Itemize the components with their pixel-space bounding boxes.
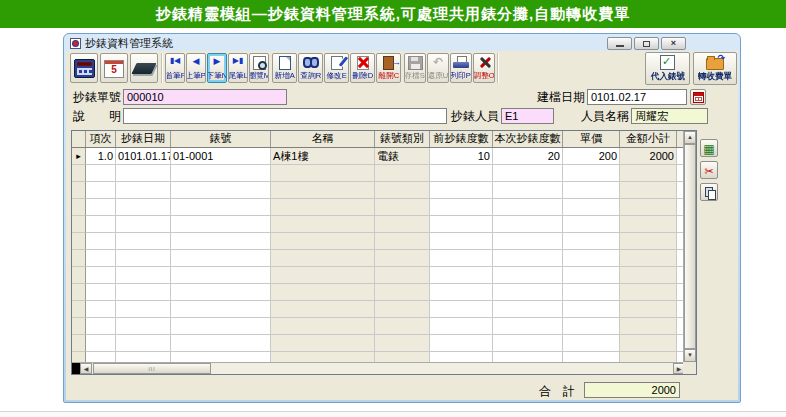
grid-cell[interactable] [116, 216, 171, 233]
grid-cell[interactable] [493, 335, 563, 352]
grid-cell[interactable] [116, 182, 171, 199]
row-selector[interactable] [72, 165, 86, 182]
reader-name-field[interactable] [631, 108, 708, 124]
grid-cell[interactable] [171, 199, 271, 216]
adjust-button[interactable]: 調整O [473, 53, 495, 83]
grid-cell[interactable] [620, 335, 677, 352]
grid-cell[interactable] [620, 250, 677, 267]
grid-cell[interactable] [563, 233, 620, 250]
grid-cell[interactable] [563, 267, 620, 284]
grid-cell[interactable] [375, 267, 430, 284]
scroll-up-icon[interactable]: ▲ [684, 131, 696, 144]
grid-cell[interactable] [375, 165, 430, 182]
grid-cell[interactable] [375, 250, 430, 267]
calendar-edit-button[interactable] [100, 53, 128, 83]
grid-cell[interactable] [116, 301, 171, 318]
grid-cell[interactable] [171, 182, 271, 199]
grid-cell[interactable] [430, 250, 493, 267]
row-selector[interactable] [72, 284, 86, 301]
delete-button[interactable]: 刪除D [350, 53, 375, 83]
grid-cell[interactable] [563, 250, 620, 267]
grid-cell[interactable] [493, 284, 563, 301]
row-selector[interactable] [72, 182, 86, 199]
calculator-button[interactable] [70, 53, 98, 83]
grid-row-empty[interactable] [72, 250, 685, 267]
grid-cell[interactable] [271, 182, 375, 199]
grid-cell[interactable] [375, 284, 430, 301]
grid-cell[interactable] [375, 335, 430, 352]
grid-cell[interactable] [493, 199, 563, 216]
grid-splitter[interactable] [72, 363, 80, 374]
grid-cell[interactable] [171, 267, 271, 284]
order-no-field[interactable] [123, 89, 287, 105]
grid-cell[interactable]: 2000 [620, 148, 677, 165]
row-selector[interactable] [72, 233, 86, 250]
current-row-marker[interactable]: ▸ [72, 148, 86, 165]
total-field[interactable] [584, 382, 680, 398]
assign-meter-button[interactable]: 代入錶號 [645, 52, 690, 85]
grid-cell[interactable] [563, 165, 620, 182]
grid-cell[interactable] [563, 284, 620, 301]
grid-cell[interactable] [563, 301, 620, 318]
grid-cell[interactable] [563, 216, 620, 233]
grid-cell[interactable] [493, 182, 563, 199]
grid-cell[interactable] [375, 216, 430, 233]
book-button[interactable] [130, 53, 158, 83]
grid-cell[interactable] [171, 233, 271, 250]
grid-cell[interactable] [493, 233, 563, 250]
grid-row-current[interactable]: ▸1.00101.01.1701-0001A棟1樓電錶10202002000 [72, 148, 685, 165]
grid-cell[interactable] [271, 250, 375, 267]
row-selector[interactable] [72, 301, 86, 318]
grid-cell[interactable] [271, 318, 375, 335]
grid-cell[interactable] [493, 301, 563, 318]
grid-cell[interactable] [375, 199, 430, 216]
grid-cell[interactable] [171, 335, 271, 352]
grid-cell[interactable] [271, 267, 375, 284]
next-record-button[interactable]: 下筆N [207, 53, 227, 83]
grid-cell[interactable] [86, 182, 116, 199]
exit-button[interactable]: 離開C [376, 53, 401, 83]
grid-cell[interactable] [375, 182, 430, 199]
grid-cell[interactable]: 200 [563, 148, 620, 165]
grid-cell[interactable] [86, 301, 116, 318]
first-record-button[interactable]: 首筆F [165, 53, 185, 83]
grid-cell[interactable] [271, 216, 375, 233]
grid-cell[interactable] [563, 318, 620, 335]
calendar-picker-button[interactable] [690, 89, 706, 105]
grid-cell[interactable] [116, 335, 171, 352]
last-record-button[interactable]: 尾筆L [228, 53, 248, 83]
reader-field[interactable] [501, 108, 554, 124]
row-selector[interactable] [72, 250, 86, 267]
grid-horizontal-scrollbar[interactable]: ◀ lll ▶ [72, 362, 685, 374]
grid-cell[interactable] [116, 199, 171, 216]
grid-cell[interactable] [493, 216, 563, 233]
grid-cell[interactable] [620, 284, 677, 301]
grid-cell[interactable] [171, 284, 271, 301]
print-button[interactable]: 列印P [450, 53, 472, 83]
grid-cell[interactable] [493, 165, 563, 182]
grid-cell[interactable] [271, 233, 375, 250]
grid-cell[interactable] [86, 267, 116, 284]
grid-cell[interactable] [430, 267, 493, 284]
grid-row-empty[interactable] [72, 216, 685, 233]
grid-cell[interactable] [116, 233, 171, 250]
grid-cell[interactable] [171, 318, 271, 335]
grid-cell[interactable] [116, 318, 171, 335]
window-titlebar[interactable]: 抄錶資料管理系統 × [66, 36, 738, 51]
grid-cell[interactable] [86, 335, 116, 352]
grid-cell[interactable] [620, 216, 677, 233]
grid-row-empty[interactable] [72, 199, 685, 216]
grid-cell[interactable] [375, 301, 430, 318]
browse-button[interactable]: 瀏覽M [249, 53, 269, 83]
grid-cell[interactable] [271, 284, 375, 301]
grid-cell[interactable] [493, 267, 563, 284]
grid-cell[interactable] [430, 284, 493, 301]
new-button[interactable]: 新增A [272, 53, 297, 83]
grid-cell[interactable] [493, 250, 563, 267]
transfer-bill-button[interactable]: 轉收費單 [693, 52, 737, 85]
grid-cell[interactable] [171, 301, 271, 318]
grid-cell[interactable] [620, 301, 677, 318]
grid-cell[interactable] [86, 284, 116, 301]
prev-record-button[interactable]: 上筆P [186, 53, 206, 83]
grid-cell[interactable] [86, 216, 116, 233]
